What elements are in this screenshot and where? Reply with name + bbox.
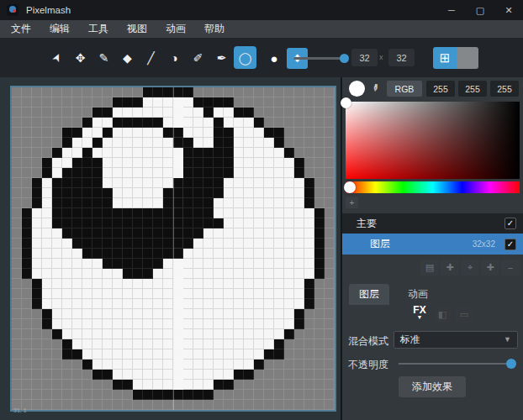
pixel-cell[interactable]	[103, 138, 113, 148]
pixel-cell[interactable]	[12, 218, 22, 228]
pixel-cell[interactable]	[113, 279, 123, 289]
pixel-cell[interactable]	[284, 329, 294, 339]
pixel-cell[interactable]	[72, 380, 82, 390]
pixel-cell[interactable]	[12, 198, 22, 208]
pixel-cell[interactable]	[314, 329, 325, 339]
pixel-cell[interactable]	[42, 349, 52, 360]
pixel-cell[interactable]	[173, 390, 183, 400]
pixel-cell[interactable]	[274, 178, 284, 188]
pixel-cell[interactable]	[32, 259, 42, 269]
pixel-cell[interactable]	[173, 198, 183, 208]
pixel-cell[interactable]	[203, 370, 214, 380]
pixel-cell[interactable]	[294, 269, 304, 279]
pixel-cell[interactable]	[325, 168, 335, 178]
pixel-cell[interactable]	[113, 239, 123, 249]
pixel-cell[interactable]	[113, 168, 123, 178]
brush-shape-circle-button[interactable]: ●	[264, 48, 284, 68]
pixel-cell[interactable]	[274, 208, 284, 218]
pixel-cell[interactable]	[274, 138, 284, 148]
pixel-cell[interactable]	[52, 168, 62, 178]
brush-tool[interactable]: ✐	[187, 46, 209, 69]
pixel-cell[interactable]	[234, 299, 244, 309]
pixel-cell[interactable]	[183, 390, 193, 400]
pixel-cell[interactable]	[143, 289, 153, 299]
pixel-cell[interactable]	[52, 380, 62, 390]
pixel-cell[interactable]	[284, 400, 294, 410]
pixel-cell[interactable]	[193, 138, 203, 148]
pixel-cell[interactable]	[62, 289, 72, 299]
pixel-cell[interactable]	[183, 319, 193, 329]
pixel-cell[interactable]	[22, 158, 32, 168]
pixel-cell[interactable]	[92, 289, 103, 299]
pixel-cell[interactable]	[274, 128, 284, 138]
pixel-cell[interactable]	[113, 188, 123, 198]
pixel-cell[interactable]	[32, 87, 42, 97]
pixel-cell[interactable]	[294, 158, 304, 168]
pixel-cell[interactable]	[143, 339, 153, 349]
pixel-cell[interactable]	[42, 380, 52, 390]
pixel-cell[interactable]	[82, 360, 92, 370]
pixel-cell[interactable]	[42, 339, 52, 349]
pixel-cell[interactable]	[103, 118, 113, 128]
pixel-cell[interactable]	[163, 228, 173, 239]
pixel-cell[interactable]	[304, 289, 314, 299]
select-tool[interactable]: ➤	[45, 46, 68, 69]
pixel-cell[interactable]	[304, 390, 314, 400]
pixel-cell[interactable]	[163, 239, 173, 249]
pixel-cell[interactable]	[314, 158, 325, 168]
pixel-cell[interactable]	[203, 178, 214, 188]
brush-size-slider-knob[interactable]	[340, 54, 349, 63]
pixel-cell[interactable]	[133, 299, 143, 309]
pixel-cell[interactable]	[12, 319, 22, 329]
pixel-cell[interactable]	[325, 259, 335, 269]
pixel-cell[interactable]	[224, 360, 234, 370]
fx-button[interactable]: FX ▼	[410, 306, 429, 320]
pixel-cell[interactable]	[143, 148, 153, 158]
pixel-cell[interactable]	[52, 239, 62, 249]
pixel-cell[interactable]	[284, 138, 294, 148]
pixel-cell[interactable]	[284, 299, 294, 309]
pixel-cell[interactable]	[325, 309, 335, 319]
pixel-cell[interactable]	[82, 178, 92, 188]
pixel-cell[interactable]	[32, 168, 42, 178]
pixel-cell[interactable]	[103, 218, 113, 228]
pixel-cell[interactable]	[62, 178, 72, 188]
pixel-cell[interactable]	[325, 178, 335, 188]
pixel-cell[interactable]	[143, 87, 153, 97]
pixel-cell[interactable]	[103, 299, 113, 309]
pixel-cell[interactable]	[103, 360, 113, 370]
pixel-cell[interactable]	[143, 269, 153, 279]
pixel-cell[interactable]	[72, 299, 82, 309]
pixel-cell[interactable]	[244, 259, 254, 269]
pixel-cell[interactable]	[314, 108, 325, 118]
pixel-cell[interactable]	[133, 360, 143, 370]
pixel-cell[interactable]	[103, 279, 113, 289]
pixel-cell[interactable]	[22, 349, 32, 360]
pixel-cell[interactable]	[224, 329, 234, 339]
pixel-cell[interactable]	[22, 329, 32, 339]
pixel-cell[interactable]	[123, 269, 133, 279]
pixel-cell[interactable]	[163, 329, 173, 339]
pixel-cell[interactable]	[183, 289, 193, 299]
pixel-cell[interactable]	[133, 249, 143, 259]
layer-row-selected[interactable]: 图层 32x32 ✓	[342, 234, 523, 255]
pixel-cell[interactable]	[113, 370, 123, 380]
pixel-cell[interactable]	[183, 259, 193, 269]
pixel-cell[interactable]	[82, 309, 92, 319]
add-swatch-button[interactable]: +	[346, 197, 358, 208]
pixel-cell[interactable]	[234, 249, 244, 259]
pixel-cell[interactable]	[133, 390, 143, 400]
pixel-cell[interactable]	[62, 390, 72, 400]
pixel-cell[interactable]	[163, 319, 173, 329]
pixel-cell[interactable]	[163, 269, 173, 279]
pixel-cell[interactable]	[224, 390, 234, 400]
pixel-cell[interactable]	[264, 380, 274, 390]
pixel-cell[interactable]	[52, 370, 62, 380]
pixel-cell[interactable]	[203, 319, 214, 329]
pixel-cell[interactable]	[92, 380, 103, 390]
pixel-cell[interactable]	[264, 118, 274, 128]
pixel-cell[interactable]	[274, 289, 284, 299]
pixel-cell[interactable]	[203, 158, 214, 168]
pixel-cell[interactable]	[62, 339, 72, 349]
pixel-cell[interactable]	[304, 158, 314, 168]
